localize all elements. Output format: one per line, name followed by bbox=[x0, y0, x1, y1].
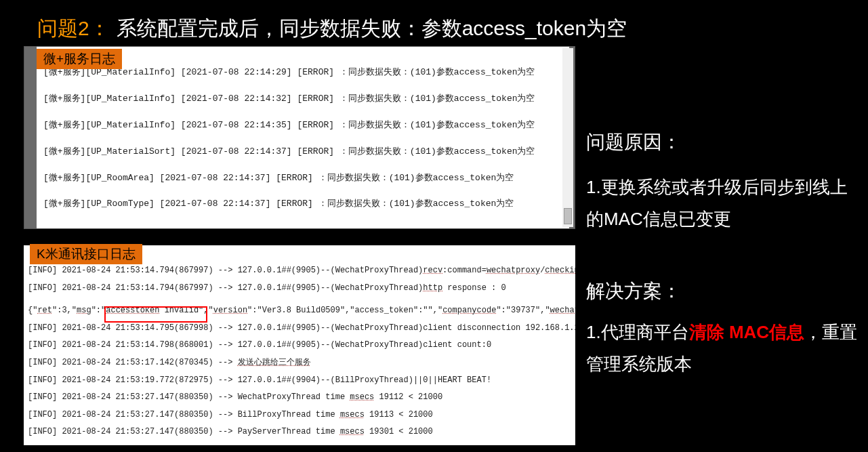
scrollbar[interactable] bbox=[562, 48, 573, 227]
log-line: [INFO] 2021-08-24 21:53:14.794(867997) -… bbox=[28, 266, 571, 276]
page-title: 问题2：系统配置完成后，同步数据失败：参数access_token为空 bbox=[37, 15, 627, 43]
log-line: [INFO] 2021-08-24 21:53:27.147(880350) -… bbox=[28, 427, 571, 438]
service-log-panel: [微+服务][UP_MaterialInfo] [2021-07-08 22:1… bbox=[24, 46, 575, 229]
service-log-content: [微+服务][UP_MaterialInfo] [2021-07-08 22:1… bbox=[37, 47, 569, 228]
kmi-log-badge: K米通讯接口日志 bbox=[30, 244, 142, 264]
log-line: [INFO] 2021-08-24 21:53:27.147(880350) -… bbox=[28, 392, 571, 403]
service-log-badge: 微+服务日志 bbox=[37, 49, 122, 69]
log-line: [INFO] 2021-08-24 21:53:19.772(872975) -… bbox=[28, 375, 571, 386]
solution-heading: 解决方案： bbox=[586, 274, 864, 308]
solution-body: 1.代理商平台清除 MAC信息，重置管理系统版本 bbox=[586, 316, 864, 380]
log-line-error: {"ret":3,"msg":"accesstoken invalid","ve… bbox=[28, 306, 571, 316]
log-line: [微+服务][UP_MaterialInfo] [2021-07-08 22:1… bbox=[43, 120, 562, 131]
log-line: [微+服务][UP_MaterialSort] [2021-07-08 22:1… bbox=[43, 146, 562, 158]
log-line: [INFO] 2021-08-24 21:53:27.847(881050) -… bbox=[28, 445, 571, 445]
log-line: [INFO] 2021-08-24 21:53:27.147(880350) -… bbox=[28, 410, 571, 421]
explanation-column: 问题原因： 1.更换系统或者升级后同步到线上的MAC信息已变更 解决方案： 1.… bbox=[586, 125, 864, 380]
kmi-log-panel: [INFO] 2021-08-24 21:53:14.794(867997) -… bbox=[24, 245, 575, 445]
log-line: [INFO] 2021-08-24 21:53:14.795(867998) -… bbox=[28, 323, 571, 334]
log-line: [微+服务][UP_RoomType] [2021-07-08 22:14:37… bbox=[43, 199, 562, 210]
title-prefix: 问题2： bbox=[37, 17, 110, 39]
cause-heading: 问题原因： bbox=[586, 125, 864, 159]
log-line: [微+服务][UP_MaterialInfo] [2021-07-08 22:1… bbox=[43, 94, 562, 105]
log-line: [INFO] 2021-08-24 21:53:14.798(868001) -… bbox=[28, 340, 571, 351]
cause-body: 1.更换系统或者升级后同步到线上的MAC信息已变更 bbox=[586, 171, 864, 235]
log-line: [微+服务][UP_RoomArea] [2021-07-08 22:14:37… bbox=[43, 173, 562, 184]
log-line: [INFO] 2021-08-24 21:53:14.794(867997) -… bbox=[28, 283, 571, 294]
solution-highlight: 清除 MAC信息 bbox=[689, 322, 804, 342]
log-line: [INFO] 2021-08-24 21:53:17.142(870345) -… bbox=[28, 358, 571, 369]
scrollbar-thumb[interactable] bbox=[564, 208, 572, 224]
title-text: 系统配置完成后，同步数据失败：参数access_token为空 bbox=[117, 17, 627, 39]
